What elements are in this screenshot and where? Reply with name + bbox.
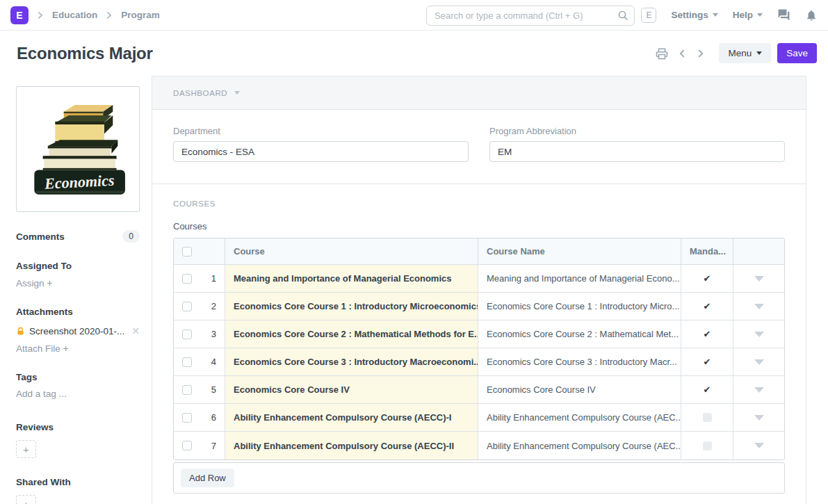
course-name-cell[interactable]: Meaning and Importance of Managerial Eco…: [478, 265, 681, 292]
breadcrumb-education[interactable]: Education: [52, 10, 97, 20]
row-index: 5: [211, 384, 216, 395]
course-name-cell[interactable]: Ability Enhancement Compulsory Course (A…: [478, 432, 681, 460]
mandatory-cell[interactable]: ✔: [681, 265, 733, 292]
row-index: 6: [211, 412, 216, 423]
dashboard-section-toggle[interactable]: DASHBOARD: [152, 76, 806, 110]
select-all-checkbox[interactable]: [182, 247, 192, 257]
program-abbreviation-field: Program Abbreviation: [489, 126, 785, 162]
chevron-down-icon: [756, 51, 762, 55]
row-checkbox[interactable]: [182, 441, 192, 450]
courses-table-header: Course Course Name Manda...: [174, 238, 784, 265]
table-row[interactable]: 5 Economics Core Course IV Economics Cor…: [174, 376, 784, 404]
chevron-down-icon: [234, 91, 240, 95]
course-cell[interactable]: Ability Enhancement Compulsory Course (A…: [225, 404, 478, 431]
course-cell[interactable]: Ability Enhancement Compulsory Course (A…: [225, 432, 478, 460]
mandatory-cell[interactable]: ✔: [681, 320, 733, 348]
course-cell[interactable]: Economics Core Course 1 : Introductory M…: [225, 293, 478, 320]
chat-icon[interactable]: [777, 8, 790, 22]
notifications-bell-icon[interactable]: [805, 9, 818, 22]
user-avatar[interactable]: E: [641, 8, 656, 23]
course-name-cell[interactable]: Economics Core Course IV: [478, 376, 681, 403]
row-expand-caret-icon[interactable]: [754, 359, 764, 365]
column-header-course: Course: [225, 238, 478, 264]
row-index: 2: [211, 301, 216, 311]
course-cell[interactable]: Economics Core Course 3 : Introductory M…: [225, 348, 478, 375]
save-button[interactable]: Save: [777, 43, 817, 63]
settings-menu[interactable]: Settings: [671, 10, 717, 20]
app-logo[interactable]: E: [10, 6, 29, 24]
row-checkbox[interactable]: [182, 330, 192, 339]
course-cell[interactable]: Economics Core Course 2 : Mathematical M…: [225, 320, 478, 348]
program-abbreviation-input[interactable]: [489, 141, 785, 162]
row-expand-caret-icon[interactable]: [754, 415, 764, 421]
table-row[interactable]: 7 Ability Enhancement Compulsory Course …: [174, 432, 784, 460]
assign-label: Assign: [16, 278, 44, 288]
mandatory-cell[interactable]: [681, 432, 733, 460]
plus-icon: +: [63, 343, 69, 354]
share-button[interactable]: +: [16, 495, 36, 504]
table-row[interactable]: 1 Meaning and Importance of Managerial E…: [174, 265, 784, 293]
page-head: Economics Major Menu Save: [0, 31, 828, 76]
course-name-cell[interactable]: Economics Core Course 1 : Introductory M…: [478, 293, 681, 320]
course-cell[interactable]: Economics Core Course IV: [225, 376, 478, 403]
shared-with-heading: Shared With: [16, 477, 140, 487]
attach-file-button[interactable]: Attach File +: [16, 343, 140, 354]
assign-button[interactable]: Assign +: [16, 277, 140, 288]
search-icon: [617, 10, 628, 23]
attachment-item[interactable]: Screenshot 2020-01-... ✕: [16, 325, 140, 336]
row-expand-caret-icon[interactable]: [754, 304, 764, 309]
next-arrow-icon[interactable]: [695, 47, 707, 60]
department-field: Department: [173, 126, 469, 162]
reviews-heading: Reviews: [16, 422, 140, 432]
row-checkbox[interactable]: [182, 357, 192, 367]
menu-button-label: Menu: [728, 48, 752, 58]
search-input[interactable]: [426, 6, 635, 26]
table-row[interactable]: 4 Economics Core Course 3 : Introductory…: [174, 348, 784, 376]
table-row[interactable]: 3 Economics Core Course 2 : Mathematical…: [174, 320, 784, 348]
row-expand-caret-icon[interactable]: [754, 332, 764, 337]
prev-arrow-icon[interactable]: [676, 47, 688, 60]
row-checkbox[interactable]: [182, 274, 192, 284]
remove-attachment-icon[interactable]: ✕: [131, 325, 140, 336]
mandatory-cell[interactable]: ✔: [681, 348, 733, 375]
mandatory-check-icon: ✔: [704, 384, 711, 395]
row-expand-caret-icon[interactable]: [754, 276, 764, 282]
add-tag-input[interactable]: Add a tag ...: [16, 389, 140, 399]
row-checkbox[interactable]: [182, 302, 192, 311]
attachment-file-name: Screenshot 2020-01-...: [29, 326, 124, 336]
lock-icon: [16, 327, 25, 336]
chevron-down-icon: [713, 13, 718, 17]
courses-field-label: Courses: [173, 221, 785, 231]
row-checkbox[interactable]: [182, 385, 192, 395]
course-name-cell[interactable]: Economics Core Course 2 : Mathematical M…: [478, 320, 681, 348]
course-cell[interactable]: Meaning and Importance of Managerial Eco…: [225, 265, 478, 292]
row-expand-caret-icon[interactable]: [754, 387, 764, 393]
program-image[interactable]: Economics: [16, 86, 140, 212]
table-row[interactable]: 6 Ability Enhancement Compulsory Course …: [174, 404, 784, 432]
print-icon[interactable]: [654, 46, 669, 61]
course-name-cell[interactable]: Ability Enhancement Compulsory Course (A…: [478, 404, 681, 431]
row-index: 4: [211, 357, 216, 367]
tags-heading: Tags: [16, 372, 140, 382]
global-search: [426, 6, 635, 26]
breadcrumb-program[interactable]: Program: [121, 10, 160, 20]
comments-link[interactable]: Comments: [16, 231, 65, 242]
mandatory-cell[interactable]: ✔: [681, 293, 733, 320]
mandatory-cell[interactable]: [681, 404, 733, 431]
help-menu[interactable]: Help: [733, 10, 763, 20]
mandatory-cell[interactable]: ✔: [681, 376, 733, 403]
add-row-button[interactable]: Add Row: [181, 469, 234, 487]
department-input[interactable]: [173, 141, 469, 162]
course-name-cell[interactable]: Economics Core Course 3 : Introductory M…: [478, 348, 681, 375]
table-row[interactable]: 2 Economics Core Course 1 : Introductory…: [174, 293, 784, 320]
courses-table-body: 1 Meaning and Importance of Managerial E…: [174, 265, 784, 460]
chevron-right-icon: [35, 10, 45, 20]
row-checkbox[interactable]: [182, 413, 192, 423]
row-expand-caret-icon[interactable]: [754, 443, 764, 448]
program-abbreviation-label: Program Abbreviation: [489, 126, 785, 136]
plus-icon: +: [23, 498, 29, 504]
add-review-button[interactable]: +: [16, 440, 36, 458]
menu-button[interactable]: Menu: [719, 43, 771, 63]
chevron-down-icon: [757, 13, 763, 17]
courses-table-footer: Add Row: [173, 462, 785, 494]
